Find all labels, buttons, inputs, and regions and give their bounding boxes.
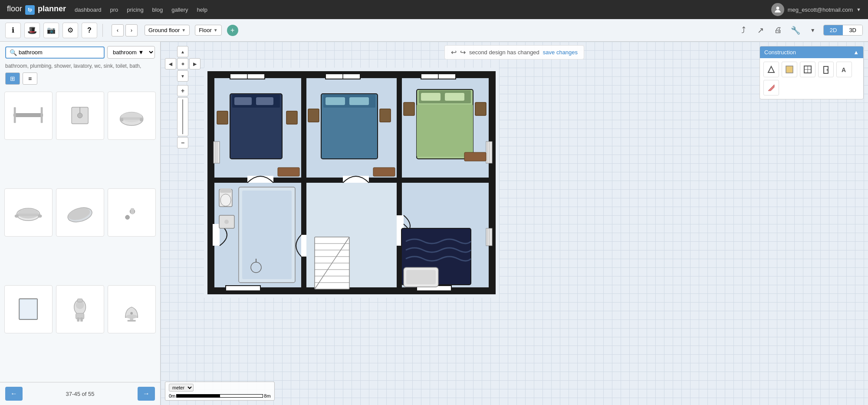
zoom-in-button[interactable]: +	[177, 85, 188, 96]
nav-dashboard[interactable]: dashboard	[75, 7, 101, 13]
nav-gallery[interactable]: gallery	[171, 7, 188, 13]
svg-rect-49	[213, 224, 220, 246]
settings-button[interactable]: ⚙	[62, 23, 78, 38]
zoom-out-button[interactable]: −	[177, 137, 188, 148]
svg-point-120	[827, 69, 828, 71]
list-item[interactable]	[56, 188, 104, 237]
svg-rect-74	[421, 93, 441, 101]
view-selector[interactable]: Floor ▼	[195, 25, 222, 36]
logo-text: floor fp planner	[7, 4, 66, 15]
pan-up-button[interactable]: ▲	[177, 46, 188, 57]
scale-bar: meter 0m 4m 8m	[165, 382, 275, 401]
floor-navigation: ‹ ›	[112, 24, 138, 36]
svg-rect-28	[77, 318, 80, 322]
view-3d-button[interactable]: 3D	[843, 25, 862, 35]
floor-next-button[interactable]: ›	[125, 24, 138, 36]
svg-rect-70	[308, 109, 319, 122]
svg-rect-65	[286, 111, 297, 124]
search-input-wrap: 🔍	[5, 46, 105, 59]
export-button[interactable]: ↗	[754, 23, 768, 37]
canvas-area[interactable]: ↩ ↪ second design has changed save chang…	[161, 42, 868, 405]
svg-rect-58	[226, 286, 260, 291]
svg-rect-107	[486, 228, 492, 246]
erase-tool-button[interactable]	[763, 80, 779, 95]
door-tool-button[interactable]	[818, 62, 834, 77]
notification-bar: ↩ ↪ second design has changed save chang…	[444, 45, 584, 59]
svg-point-15	[15, 214, 19, 218]
pan-left-button[interactable]: ◀	[165, 58, 176, 69]
nav-blog[interactable]: blog	[152, 7, 163, 13]
list-item[interactable]	[108, 188, 156, 237]
print-button[interactable]: 🖨	[771, 23, 785, 37]
svg-rect-112	[464, 152, 486, 161]
unit-select[interactable]: meter	[169, 384, 194, 392]
list-item[interactable]	[56, 92, 104, 140]
grid-view-button[interactable]: ⊞	[5, 72, 20, 85]
view-2d-button[interactable]: 2D	[824, 25, 843, 35]
list-item[interactable]	[4, 285, 53, 333]
category-select[interactable]: bathroom ▼	[107, 46, 155, 59]
construction-panel: Construction ▲	[760, 46, 864, 99]
screenshot-button[interactable]: 📷	[43, 23, 59, 38]
redo-icon[interactable]: ↪	[460, 48, 466, 56]
list-item[interactable]	[56, 285, 104, 333]
svg-rect-90	[406, 270, 436, 284]
wrench-button[interactable]: 🔧	[789, 23, 802, 37]
save-link[interactable]: save changes	[543, 49, 578, 56]
svg-rect-27	[76, 313, 84, 319]
nav-help[interactable]: help	[197, 7, 207, 13]
list-item[interactable]	[4, 188, 53, 237]
construction-title: Construction	[764, 49, 796, 56]
svg-rect-26	[78, 299, 82, 303]
add-floor-button[interactable]: +	[227, 25, 238, 36]
list-item[interactable]	[108, 92, 156, 140]
svg-marker-122	[768, 85, 774, 91]
floor-selector[interactable]: Ground floor ▼	[145, 25, 190, 36]
svg-rect-9	[120, 117, 143, 120]
construction-tools: A	[760, 58, 863, 99]
pan-down-button[interactable]: ▼	[177, 70, 188, 82]
svg-rect-71	[380, 109, 391, 122]
svg-rect-41	[301, 76, 306, 181]
next-page-button[interactable]: →	[138, 387, 155, 401]
svg-rect-101	[214, 142, 220, 163]
construction-collapse-icon[interactable]: ▲	[853, 49, 859, 56]
undo-icon[interactable]: ↩	[451, 48, 457, 56]
svg-rect-75	[445, 93, 464, 101]
svg-rect-69	[349, 97, 369, 105]
logo[interactable]: floor fp planner	[7, 4, 66, 15]
prev-page-button[interactable]: ←	[5, 387, 23, 401]
search-tags: bathroom, plumbing, shower, lavatory, wc…	[0, 63, 160, 72]
page-info: 37-45 of 55	[66, 391, 95, 397]
list-view-button[interactable]: ≡	[23, 72, 37, 85]
svg-rect-1	[14, 114, 43, 117]
list-item[interactable]	[108, 285, 156, 333]
info-button[interactable]: ℹ	[5, 23, 21, 38]
profile-button[interactable]: 🎩	[24, 23, 40, 38]
nav-pricing[interactable]: pricing	[127, 7, 143, 13]
more-button[interactable]: ▼	[806, 23, 820, 37]
pan-right-button[interactable]: ▶	[189, 58, 201, 69]
user-section: meg_escott@hotmail.com ▼	[771, 3, 861, 16]
help-button[interactable]: ?	[82, 23, 97, 38]
search-bar: 🔍 bathroom ▼	[0, 42, 160, 63]
floor-tool-button[interactable]	[782, 62, 797, 77]
main-toolbar: ℹ 🎩 📷 ⚙ ? ‹ › Ground floor ▼ Floor ▼ + ⤴…	[0, 19, 868, 42]
window-tool-button[interactable]	[800, 62, 815, 77]
scale-4m: 4m	[195, 393, 201, 398]
pan-center-button[interactable]: ⊕	[177, 58, 188, 69]
floor-prev-button[interactable]: ‹	[112, 24, 124, 36]
nav-pro[interactable]: pro	[110, 7, 118, 13]
wall-tool-button[interactable]	[763, 62, 779, 77]
floor-dropdown-icon: ▼	[181, 28, 186, 33]
share-button[interactable]: ⤴	[736, 23, 750, 37]
search-input[interactable]	[19, 49, 100, 56]
svg-rect-77	[404, 102, 414, 115]
svg-rect-2	[14, 107, 16, 123]
svg-rect-63	[256, 97, 273, 105]
svg-rect-111	[373, 168, 395, 176]
svg-rect-14	[17, 214, 40, 216]
user-dropdown-arrow[interactable]: ▼	[856, 7, 861, 12]
list-item[interactable]	[4, 92, 53, 140]
text-tool-button[interactable]: A	[836, 62, 852, 77]
